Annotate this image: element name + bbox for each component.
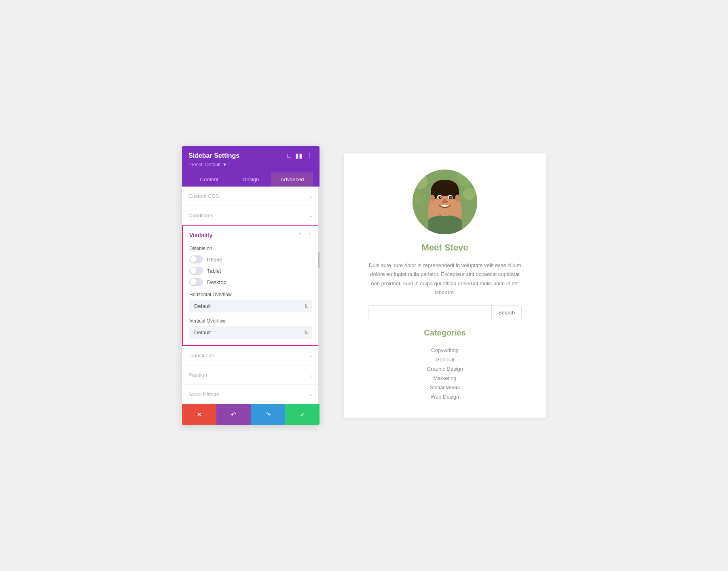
vertical-overflow-label: Vertical Overflow <box>189 318 312 324</box>
sidebar-tabs: Content Design Advanced <box>188 172 313 187</box>
custom-css-label: Custom CSS <box>188 193 219 199</box>
horizontal-overflow-select[interactable]: Default <box>189 300 312 312</box>
tab-advanced[interactable]: Advanced <box>271 172 313 187</box>
categories-title: Categories <box>424 328 466 338</box>
conditions-section: Conditions ⌄ <box>182 206 320 225</box>
desktop-toggle-label: Desktop <box>207 279 226 285</box>
horizontal-overflow-select-wrapper: Default ⇅ <box>189 300 312 312</box>
bottom-actions: ✕ ↶ ↷ ✓ <box>182 404 320 425</box>
more-options-icon[interactable]: ⋮ <box>307 152 313 159</box>
list-item[interactable]: Social Media <box>368 383 522 392</box>
transitions-label: Transitions <box>188 352 214 359</box>
transitions-header[interactable]: Transitions ⌄ <box>182 346 320 365</box>
visibility-header: Visibility ⌃ ⋮ <box>183 226 319 244</box>
scroll-effects-section: Scroll Effects ⌄ <box>182 385 320 404</box>
list-item[interactable]: General <box>368 355 522 364</box>
custom-css-header[interactable]: Custom CSS ⌄ <box>182 187 320 206</box>
sidebar-header: Sidebar Settings □ ▮▮ ⋮ Preset: Default … <box>182 146 320 187</box>
list-item[interactable]: Web Design <box>368 392 522 401</box>
bio-text: Duis aute irure dolor in reprehenderit i… <box>368 261 522 297</box>
categories-list: Copywriting General Graphic Design Marke… <box>368 346 522 401</box>
visibility-body: Disable on Phone Tablet Desktop Horizont… <box>183 244 319 345</box>
svg-point-21 <box>442 201 444 203</box>
scroll-effects-chevron-icon: ⌄ <box>309 392 313 397</box>
search-button[interactable]: Search <box>491 306 521 320</box>
avatar <box>413 170 477 234</box>
scroll-effects-label: Scroll Effects <box>188 391 219 397</box>
tab-content[interactable]: Content <box>188 172 230 187</box>
redo-button[interactable]: ↷ <box>251 404 285 425</box>
meet-steve-title: Meet Steve <box>422 242 468 253</box>
custom-css-chevron-icon: ⌄ <box>309 193 313 199</box>
list-item[interactable]: Marketing <box>368 374 522 383</box>
svg-point-12 <box>430 195 435 201</box>
columns-icon[interactable]: ▮▮ <box>295 152 303 159</box>
visibility-header-icons: ⌃ ⋮ <box>298 232 312 238</box>
desktop-toggle[interactable] <box>189 278 203 286</box>
visibility-title: Visibility <box>189 232 212 238</box>
position-label: Position <box>188 372 207 378</box>
toggle-row-desktop: Desktop <box>189 278 312 286</box>
sidebar-settings-panel: Sidebar Settings □ ▮▮ ⋮ Preset: Default … <box>182 146 320 425</box>
conditions-header[interactable]: Conditions ⌄ <box>182 206 320 225</box>
disable-on-label: Disable on <box>189 246 312 251</box>
position-chevron-icon: ⌄ <box>309 372 313 378</box>
vertical-overflow-section: Vertical Overflow Default ⇅ <box>189 318 312 339</box>
list-item[interactable]: Copywriting <box>368 346 522 355</box>
horizontal-overflow-label: Horizontal Overflow <box>189 292 312 297</box>
sidebar-header-top: Sidebar Settings □ ▮▮ ⋮ <box>188 152 313 159</box>
position-section: Position ⌄ <box>182 365 320 385</box>
svg-point-4 <box>463 188 475 200</box>
sidebar-scroll-container: Custom CSS ⌄ Conditions ⌄ Visibility ⌃ ⋮… <box>182 187 320 404</box>
search-bar: Search <box>368 305 522 320</box>
sidebar-title: Sidebar Settings <box>188 152 239 159</box>
vertical-overflow-select-wrapper: Default ⇅ <box>189 326 312 339</box>
search-input[interactable] <box>368 306 491 320</box>
visibility-more-icon[interactable]: ⋮ <box>307 232 312 238</box>
preset-chevron-icon: ▼ <box>222 162 227 168</box>
scroll-thumb[interactable] <box>318 252 320 268</box>
svg-point-18 <box>440 197 441 198</box>
visibility-section: Visibility ⌃ ⋮ Disable on Phone Tablet <box>182 225 320 346</box>
svg-point-3 <box>456 170 474 187</box>
transitions-section: Transitions ⌄ <box>182 346 320 365</box>
cancel-button[interactable]: ✕ <box>182 404 216 425</box>
svg-rect-23 <box>441 209 449 216</box>
undo-button[interactable]: ↶ <box>216 404 251 425</box>
position-header[interactable]: Position ⌄ <box>182 365 320 384</box>
conditions-label: Conditions <box>188 212 213 219</box>
horizontal-overflow-section: Horizontal Overflow Default ⇅ <box>189 292 312 312</box>
tab-design[interactable]: Design <box>230 172 272 187</box>
preset-label[interactable]: Preset: Default ▼ <box>188 162 313 168</box>
svg-point-2 <box>413 174 428 189</box>
scroll-effects-header[interactable]: Scroll Effects ⌄ <box>182 385 320 404</box>
phone-toggle-label: Phone <box>207 257 222 263</box>
list-item[interactable]: Graphic Design <box>368 364 522 374</box>
conditions-chevron-icon: ⌄ <box>309 213 313 219</box>
svg-point-22 <box>445 201 448 203</box>
toggle-row-phone: Phone <box>189 255 312 263</box>
scroll-track <box>318 187 320 404</box>
vertical-overflow-select[interactable]: Default <box>189 326 312 339</box>
svg-point-13 <box>455 195 460 201</box>
custom-css-section: Custom CSS ⌄ <box>182 187 320 206</box>
svg-point-19 <box>451 197 452 198</box>
sidebar-header-icons: □ ▮▮ ⋮ <box>287 152 313 159</box>
transitions-chevron-icon: ⌄ <box>309 353 313 359</box>
expand-icon[interactable]: □ <box>287 152 291 159</box>
visibility-collapse-icon[interactable]: ⌃ <box>298 232 303 238</box>
tablet-toggle[interactable] <box>189 267 203 275</box>
save-button[interactable]: ✓ <box>285 404 320 425</box>
phone-toggle[interactable] <box>189 255 203 263</box>
tablet-toggle-label: Tablet <box>207 268 221 274</box>
right-panel: Meet Steve Duis aute irure dolor in repr… <box>344 153 546 417</box>
toggle-row-tablet: Tablet <box>189 267 312 275</box>
